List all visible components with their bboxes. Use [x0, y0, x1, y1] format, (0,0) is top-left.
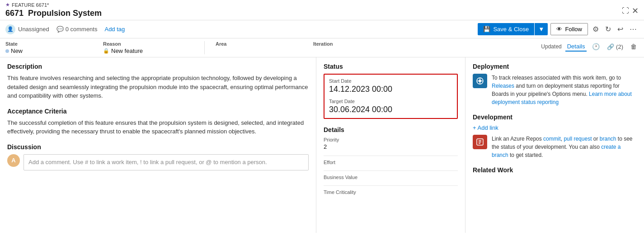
related-work-title: Related Work: [473, 166, 637, 174]
meta-bar: 👤 Unassigned 💬 0 comments Add tag 💾 Save…: [0, 20, 644, 38]
effort-label: Effort: [324, 160, 458, 165]
feature-tag-label: FEATURE 6671*: [12, 2, 49, 8]
save-close-button[interactable]: 💾 Save & Close: [478, 23, 534, 35]
status-section: Status Start Date 14.12.2023 00:00 Targe…: [324, 63, 458, 119]
left-column: Description This feature involves resear…: [0, 57, 316, 233]
state-field-group: State New: [5, 41, 96, 54]
title-bar: ★ FEATURE 6671* 6671 Propulsion System ⛶…: [0, 0, 644, 20]
target-date-label: Target Date: [329, 99, 452, 104]
unassigned-label: Unassigned: [18, 26, 49, 33]
title-bar-left: ★ FEATURE 6671* 6671 Propulsion System: [5, 2, 102, 20]
right-column: Deployment To track releases associated …: [465, 57, 644, 233]
main-content: Description This feature involves resear…: [0, 57, 644, 233]
comment-avatar: A: [7, 154, 20, 167]
releases-link[interactable]: Releases: [492, 83, 514, 89]
user-icon: 👤: [5, 24, 15, 34]
details-tab-button[interactable]: Details: [565, 42, 587, 52]
eye-icon: 👁: [556, 26, 562, 33]
work-item-title: 6671 Propulsion System: [5, 8, 102, 20]
comments-button[interactable]: 💬 0 comments: [56, 26, 98, 33]
field-separator: [204, 41, 205, 54]
discussion-section: Discussion A Add a comment. Use # to lin…: [7, 143, 309, 170]
comment-input[interactable]: Add a comment. Use # to link a work item…: [24, 154, 309, 170]
dev-text: Link an Azure Repos commit, pull request…: [492, 135, 637, 159]
comment-icon: 💬: [56, 26, 64, 33]
lock-icon: 🔒: [103, 48, 109, 54]
status-title: Status: [324, 63, 458, 70]
dev-icon: [473, 135, 487, 149]
close-button[interactable]: ✕: [632, 6, 639, 16]
expand-button[interactable]: ⛶: [622, 7, 629, 15]
updated-label: Updated: [541, 43, 561, 50]
area-label: Area: [216, 41, 306, 47]
target-date-value: 30.06.2024 00:00: [329, 105, 452, 114]
meta-bar-right: 💾 Save & Close ▼ 👁 Follow ⚙ ↻ ↩ ⋯: [478, 23, 639, 35]
links-button[interactable]: 🔗 (2): [605, 42, 625, 52]
branch-link[interactable]: branch: [600, 136, 616, 142]
more-options-button[interactable]: ⋯: [628, 23, 639, 35]
dev-card: Link an Azure Repos commit, pull request…: [473, 135, 637, 159]
user-badge: 👤 Unassigned: [5, 24, 49, 34]
description-title: Description: [7, 63, 309, 70]
business-value-divider: [324, 170, 458, 171]
svg-point-1: [479, 80, 481, 82]
development-title: Development: [473, 113, 637, 121]
deployment-section: Deployment To track releases associated …: [473, 63, 637, 106]
start-date-value: 14.12.2023 00:00: [329, 85, 452, 94]
add-tag-button[interactable]: Add tag: [104, 26, 125, 33]
save-close-group: 💾 Save & Close ▼: [478, 23, 548, 35]
reason-field-group: Reason 🔒 New feature: [103, 41, 193, 54]
save-close-dropdown-button[interactable]: ▼: [534, 23, 548, 35]
middle-column: Status Start Date 14.12.2023 00:00 Targe…: [316, 57, 465, 233]
priority-value[interactable]: 2: [324, 143, 458, 150]
undo-button[interactable]: ↩: [616, 23, 625, 35]
time-criticality-label: Time Criticality: [324, 189, 458, 195]
follow-button[interactable]: 👁 Follow: [550, 23, 588, 35]
history-button[interactable]: 🕐: [590, 41, 602, 52]
deployment-title: Deployment: [473, 63, 637, 70]
reason-value[interactable]: 🔒 New feature: [103, 47, 193, 54]
save-icon: 💾: [483, 26, 490, 33]
feature-tag: ★ FEATURE 6671*: [5, 2, 102, 8]
details-title: Details: [324, 126, 458, 133]
title-bar-right: ⛶ ✕: [622, 6, 639, 16]
state-value[interactable]: New: [5, 47, 96, 54]
business-value-label: Business Value: [324, 175, 458, 180]
iteration-field-group: Iteration: [313, 41, 404, 47]
settings-button[interactable]: ⚙: [591, 23, 601, 35]
deployment-text: To track releases associated with this w…: [492, 74, 637, 106]
development-section: Development + Add link Link an Azure Rep…: [473, 113, 637, 159]
priority-label: Priority: [324, 137, 458, 142]
details-section: Details Priority 2 Effort Business Value…: [324, 126, 458, 195]
fields-row: State New Reason 🔒 New feature Area Iter…: [0, 38, 644, 57]
deployment-icon: [473, 74, 487, 88]
add-link-button[interactable]: + Add link: [473, 124, 498, 131]
description-text: This feature involves researching and se…: [7, 74, 309, 100]
area-field-group: Area: [216, 41, 306, 47]
start-date-label: Start Date: [329, 78, 452, 84]
comment-box: A Add a comment. Use # to link a work it…: [7, 154, 309, 170]
state-label: State: [5, 41, 96, 47]
meta-bar-left: 👤 Unassigned 💬 0 comments Add tag: [5, 24, 470, 34]
acceptance-criteria-text: The successful completion of this featur…: [7, 118, 309, 136]
deployment-card: To track releases associated with this w…: [473, 74, 637, 106]
related-work-section: Related Work: [473, 166, 637, 174]
date-box: Start Date 14.12.2023 00:00 Target Date …: [324, 74, 458, 119]
discussion-title: Discussion: [7, 143, 309, 151]
priority-field: Priority 2: [324, 137, 458, 150]
fields-row-right: Updated Details 🕐 🔗 (2) 🗑: [541, 41, 639, 52]
commit-link[interactable]: commit: [543, 136, 561, 142]
reason-label: Reason: [103, 41, 193, 47]
iteration-label: Iteration: [313, 41, 404, 47]
acceptance-criteria-title: Acceptance Criteria: [7, 108, 309, 115]
effort-divider: [324, 156, 458, 156]
refresh-button[interactable]: ↻: [603, 23, 613, 35]
time-criticality-field: Time Criticality: [324, 189, 458, 195]
state-dot: [5, 49, 9, 53]
effort-field: Effort: [324, 160, 458, 165]
business-value-field: Business Value: [324, 175, 458, 180]
delete-button[interactable]: 🗑: [629, 41, 639, 52]
pull-request-link[interactable]: pull request: [564, 136, 592, 142]
time-criticality-divider: [324, 185, 458, 186]
